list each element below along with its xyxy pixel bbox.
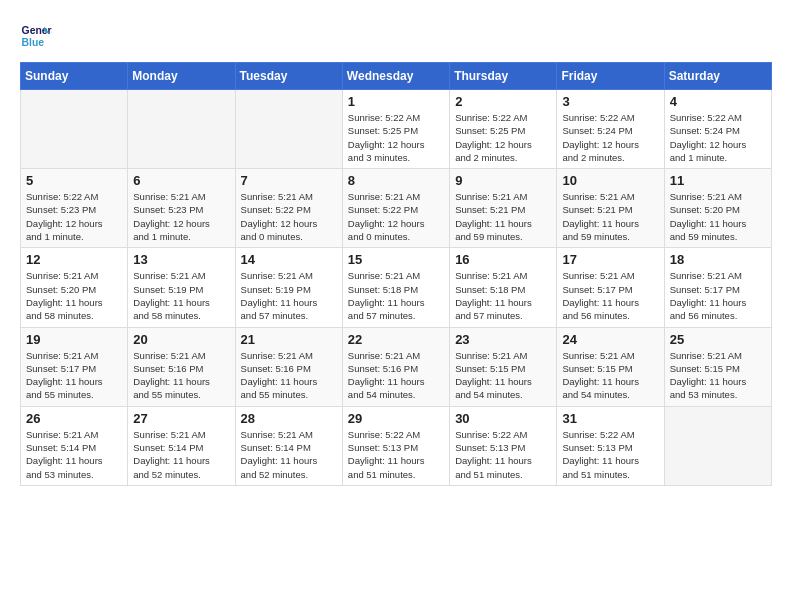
- calendar-week-row: 26Sunrise: 5:21 AM Sunset: 5:14 PM Dayli…: [21, 406, 772, 485]
- svg-text:Blue: Blue: [22, 37, 45, 48]
- day-info: Sunrise: 5:21 AM Sunset: 5:22 PM Dayligh…: [241, 190, 337, 243]
- day-number: 5: [26, 173, 122, 188]
- day-number: 15: [348, 252, 444, 267]
- logo: General Blue: [20, 20, 52, 52]
- day-info: Sunrise: 5:21 AM Sunset: 5:20 PM Dayligh…: [670, 190, 766, 243]
- day-info: Sunrise: 5:22 AM Sunset: 5:24 PM Dayligh…: [670, 111, 766, 164]
- calendar-cell: 1Sunrise: 5:22 AM Sunset: 5:25 PM Daylig…: [342, 90, 449, 169]
- calendar-cell: 7Sunrise: 5:21 AM Sunset: 5:22 PM Daylig…: [235, 169, 342, 248]
- day-info: Sunrise: 5:21 AM Sunset: 5:16 PM Dayligh…: [348, 349, 444, 402]
- weekday-header-friday: Friday: [557, 63, 664, 90]
- weekday-header-tuesday: Tuesday: [235, 63, 342, 90]
- calendar-cell: 17Sunrise: 5:21 AM Sunset: 5:17 PM Dayli…: [557, 248, 664, 327]
- day-info: Sunrise: 5:22 AM Sunset: 5:13 PM Dayligh…: [455, 428, 551, 481]
- calendar-week-row: 19Sunrise: 5:21 AM Sunset: 5:17 PM Dayli…: [21, 327, 772, 406]
- weekday-header-thursday: Thursday: [450, 63, 557, 90]
- day-number: 8: [348, 173, 444, 188]
- day-number: 17: [562, 252, 658, 267]
- day-number: 11: [670, 173, 766, 188]
- calendar-cell: 15Sunrise: 5:21 AM Sunset: 5:18 PM Dayli…: [342, 248, 449, 327]
- calendar-cell: [664, 406, 771, 485]
- weekday-header-row: SundayMondayTuesdayWednesdayThursdayFrid…: [21, 63, 772, 90]
- day-number: 13: [133, 252, 229, 267]
- day-number: 22: [348, 332, 444, 347]
- day-number: 1: [348, 94, 444, 109]
- logo-icon: General Blue: [20, 20, 52, 52]
- calendar-week-row: 1Sunrise: 5:22 AM Sunset: 5:25 PM Daylig…: [21, 90, 772, 169]
- calendar-cell: 18Sunrise: 5:21 AM Sunset: 5:17 PM Dayli…: [664, 248, 771, 327]
- calendar-cell: 23Sunrise: 5:21 AM Sunset: 5:15 PM Dayli…: [450, 327, 557, 406]
- day-info: Sunrise: 5:21 AM Sunset: 5:16 PM Dayligh…: [133, 349, 229, 402]
- day-info: Sunrise: 5:21 AM Sunset: 5:22 PM Dayligh…: [348, 190, 444, 243]
- calendar-cell: 24Sunrise: 5:21 AM Sunset: 5:15 PM Dayli…: [557, 327, 664, 406]
- day-info: Sunrise: 5:21 AM Sunset: 5:17 PM Dayligh…: [670, 269, 766, 322]
- page-header: General Blue: [20, 20, 772, 52]
- day-number: 26: [26, 411, 122, 426]
- calendar-cell: 10Sunrise: 5:21 AM Sunset: 5:21 PM Dayli…: [557, 169, 664, 248]
- weekday-header-sunday: Sunday: [21, 63, 128, 90]
- calendar-cell: 13Sunrise: 5:21 AM Sunset: 5:19 PM Dayli…: [128, 248, 235, 327]
- calendar-week-row: 12Sunrise: 5:21 AM Sunset: 5:20 PM Dayli…: [21, 248, 772, 327]
- day-number: 23: [455, 332, 551, 347]
- day-info: Sunrise: 5:21 AM Sunset: 5:23 PM Dayligh…: [133, 190, 229, 243]
- day-number: 21: [241, 332, 337, 347]
- day-number: 14: [241, 252, 337, 267]
- weekday-header-wednesday: Wednesday: [342, 63, 449, 90]
- calendar-cell: 3Sunrise: 5:22 AM Sunset: 5:24 PM Daylig…: [557, 90, 664, 169]
- day-number: 3: [562, 94, 658, 109]
- day-info: Sunrise: 5:21 AM Sunset: 5:14 PM Dayligh…: [241, 428, 337, 481]
- calendar-cell: 30Sunrise: 5:22 AM Sunset: 5:13 PM Dayli…: [450, 406, 557, 485]
- day-info: Sunrise: 5:21 AM Sunset: 5:15 PM Dayligh…: [670, 349, 766, 402]
- weekday-header-saturday: Saturday: [664, 63, 771, 90]
- day-info: Sunrise: 5:21 AM Sunset: 5:19 PM Dayligh…: [241, 269, 337, 322]
- calendar-cell: 25Sunrise: 5:21 AM Sunset: 5:15 PM Dayli…: [664, 327, 771, 406]
- calendar-cell: 5Sunrise: 5:22 AM Sunset: 5:23 PM Daylig…: [21, 169, 128, 248]
- calendar-week-row: 5Sunrise: 5:22 AM Sunset: 5:23 PM Daylig…: [21, 169, 772, 248]
- day-info: Sunrise: 5:21 AM Sunset: 5:15 PM Dayligh…: [562, 349, 658, 402]
- day-info: Sunrise: 5:22 AM Sunset: 5:13 PM Dayligh…: [348, 428, 444, 481]
- calendar-cell: 9Sunrise: 5:21 AM Sunset: 5:21 PM Daylig…: [450, 169, 557, 248]
- calendar-cell: 29Sunrise: 5:22 AM Sunset: 5:13 PM Dayli…: [342, 406, 449, 485]
- calendar-cell: [21, 90, 128, 169]
- day-number: 2: [455, 94, 551, 109]
- day-number: 24: [562, 332, 658, 347]
- day-number: 9: [455, 173, 551, 188]
- weekday-header-monday: Monday: [128, 63, 235, 90]
- calendar-cell: 6Sunrise: 5:21 AM Sunset: 5:23 PM Daylig…: [128, 169, 235, 248]
- day-number: 18: [670, 252, 766, 267]
- calendar-cell: 11Sunrise: 5:21 AM Sunset: 5:20 PM Dayli…: [664, 169, 771, 248]
- calendar-cell: 19Sunrise: 5:21 AM Sunset: 5:17 PM Dayli…: [21, 327, 128, 406]
- day-info: Sunrise: 5:21 AM Sunset: 5:21 PM Dayligh…: [562, 190, 658, 243]
- day-number: 6: [133, 173, 229, 188]
- day-number: 30: [455, 411, 551, 426]
- calendar-cell: 16Sunrise: 5:21 AM Sunset: 5:18 PM Dayli…: [450, 248, 557, 327]
- calendar-cell: 2Sunrise: 5:22 AM Sunset: 5:25 PM Daylig…: [450, 90, 557, 169]
- day-number: 12: [26, 252, 122, 267]
- day-number: 27: [133, 411, 229, 426]
- calendar-cell: 27Sunrise: 5:21 AM Sunset: 5:14 PM Dayli…: [128, 406, 235, 485]
- calendar-cell: 28Sunrise: 5:21 AM Sunset: 5:14 PM Dayli…: [235, 406, 342, 485]
- day-number: 31: [562, 411, 658, 426]
- day-info: Sunrise: 5:22 AM Sunset: 5:13 PM Dayligh…: [562, 428, 658, 481]
- calendar-cell: 31Sunrise: 5:22 AM Sunset: 5:13 PM Dayli…: [557, 406, 664, 485]
- calendar-cell: 4Sunrise: 5:22 AM Sunset: 5:24 PM Daylig…: [664, 90, 771, 169]
- calendar-cell: 12Sunrise: 5:21 AM Sunset: 5:20 PM Dayli…: [21, 248, 128, 327]
- calendar-cell: 21Sunrise: 5:21 AM Sunset: 5:16 PM Dayli…: [235, 327, 342, 406]
- day-info: Sunrise: 5:21 AM Sunset: 5:18 PM Dayligh…: [348, 269, 444, 322]
- calendar-cell: [128, 90, 235, 169]
- calendar-cell: 8Sunrise: 5:21 AM Sunset: 5:22 PM Daylig…: [342, 169, 449, 248]
- day-info: Sunrise: 5:21 AM Sunset: 5:19 PM Dayligh…: [133, 269, 229, 322]
- day-info: Sunrise: 5:22 AM Sunset: 5:25 PM Dayligh…: [455, 111, 551, 164]
- day-info: Sunrise: 5:21 AM Sunset: 5:18 PM Dayligh…: [455, 269, 551, 322]
- day-info: Sunrise: 5:21 AM Sunset: 5:14 PM Dayligh…: [26, 428, 122, 481]
- day-number: 20: [133, 332, 229, 347]
- calendar-cell: 22Sunrise: 5:21 AM Sunset: 5:16 PM Dayli…: [342, 327, 449, 406]
- day-number: 25: [670, 332, 766, 347]
- day-number: 10: [562, 173, 658, 188]
- day-info: Sunrise: 5:21 AM Sunset: 5:17 PM Dayligh…: [562, 269, 658, 322]
- day-info: Sunrise: 5:21 AM Sunset: 5:17 PM Dayligh…: [26, 349, 122, 402]
- day-number: 7: [241, 173, 337, 188]
- calendar-cell: 26Sunrise: 5:21 AM Sunset: 5:14 PM Dayli…: [21, 406, 128, 485]
- day-number: 29: [348, 411, 444, 426]
- calendar-table: SundayMondayTuesdayWednesdayThursdayFrid…: [20, 62, 772, 486]
